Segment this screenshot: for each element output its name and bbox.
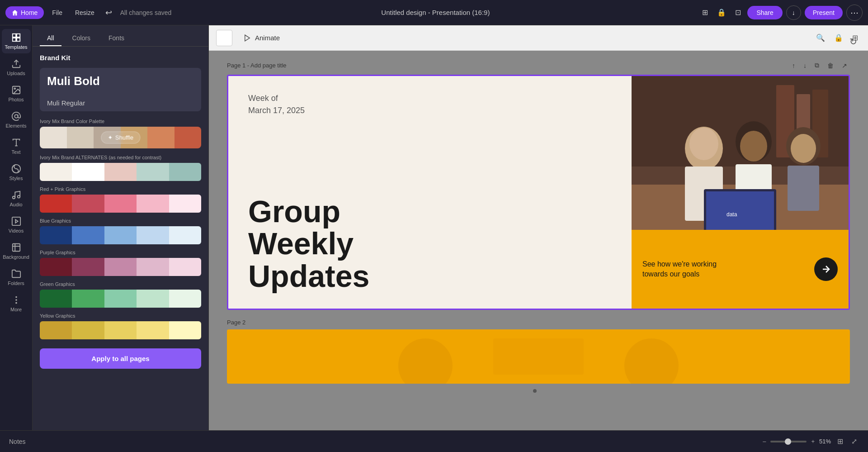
sidebar-item-videos[interactable]: Videos [2,213,31,237]
yellow-swatch-3[interactable] [137,321,169,339]
alt-swatch-0[interactable] [40,163,72,181]
red-swatch-2[interactable] [104,195,137,213]
slide-caption-line2: towards our goals [642,270,699,278]
sidebar-item-text[interactable]: Text [2,134,31,158]
panel-tabs: All Colors Fonts [33,25,208,47]
color-picker-swatch[interactable] [216,30,232,46]
blue-swatch-0[interactable] [40,226,72,244]
sidebar-label-videos: Videos [9,228,24,233]
slide-bottom-content: See how we're working towards our goals [632,230,849,309]
slide-title-line2: Weekly [248,226,354,261]
topbar-search-icon[interactable]: ⊞ [699,5,711,19]
tab-fonts[interactable]: Fonts [101,31,132,46]
fullscreen-button[interactable]: ⤢ [849,435,859,447]
page-dot-1[interactable] [533,389,537,393]
slide-arrow-button[interactable] [814,257,838,281]
page-share-button[interactable]: ↗ [839,60,850,71]
blue-swatch-2[interactable] [104,226,137,244]
green-swatch-1[interactable] [72,290,104,308]
slide-1[interactable]: ↻ Week of March 17, 2025 Group Weekly Up… [227,75,850,310]
sidebar-item-more[interactable]: More [2,291,31,316]
present-button[interactable]: Present [805,6,843,19]
yellow-swatch-2[interactable] [104,321,137,339]
svg-point-12 [17,195,20,198]
color-swatch-0[interactable] [40,127,67,148]
page-up-button[interactable]: ↑ [789,60,798,71]
alt-swatch-1[interactable] [72,163,104,181]
color-swatch-1[interactable] [67,127,94,148]
green-swatch-2[interactable] [104,290,137,308]
red-pink-palette [40,195,201,213]
palette-label: Ivory Mix Brand Color Palette [40,119,201,124]
toolbar-search-icon[interactable]: 🔍 [813,31,828,45]
svg-rect-0 [12,34,15,37]
share-button[interactable]: Share [747,6,782,19]
home-button[interactable]: Home [5,6,44,19]
topbar-grid-icon[interactable]: ⊡ [732,5,744,19]
green-swatch-3[interactable] [137,290,169,308]
download-button[interactable]: ↓ [786,5,801,20]
topbar-lock-icon[interactable]: 🔒 [714,5,729,19]
red-swatch-1[interactable] [72,195,104,213]
purple-swatch-4[interactable] [169,258,201,276]
sidebar-item-templates[interactable]: Templates [2,29,31,53]
notes-label: Notes [9,438,26,445]
page-dot-2[interactable] [540,389,544,393]
tab-colors[interactable]: Colors [65,31,98,46]
undo-button[interactable]: ↩ [103,5,115,20]
slide-date-line1: Week of [248,94,278,103]
sidebar-label-text: Text [11,149,20,155]
blue-swatch-3[interactable] [137,226,169,244]
canvas-scroll[interactable]: Page 1 - Add page title ↑ ↓ ⧉ 🗑 ↗ ↻ Week… [209,51,868,430]
primary-palette[interactable]: ✦ Shuffle [40,127,201,148]
red-swatch-4[interactable] [169,195,201,213]
sidebar-label-uploads: Uploads [7,71,25,76]
sidebar-item-uploads[interactable]: Uploads [2,55,31,80]
slide-title-line3: Updates [248,259,369,293]
page-duplicate-button[interactable]: ⧉ [812,60,822,71]
color-swatch-4[interactable] [147,127,175,148]
more-options-button[interactable]: ⋯ [846,5,863,21]
sidebar-item-photos[interactable]: Photos [2,81,31,106]
page-delete-button[interactable]: 🗑 [825,60,836,71]
shuffle-button[interactable]: ✦ Shuffle [101,132,140,144]
svg-point-11 [12,196,15,199]
svg-rect-1 [16,34,19,37]
alt-swatch-3[interactable] [137,163,169,181]
purple-swatch-2[interactable] [104,258,137,276]
page1-header: Page 1 - Add page title ↑ ↓ ⧉ 🗑 ↗ [227,60,850,71]
alt-swatch-2[interactable] [104,163,137,181]
purple-swatch-0[interactable] [40,258,72,276]
sidebar-item-background[interactable]: Background [2,239,31,263]
red-swatch-0[interactable] [40,195,72,213]
sidebar-item-elements[interactable]: Elements [2,108,31,132]
zoom-slider[interactable] [770,441,807,442]
svg-point-17 [16,300,17,300]
page-down-button[interactable]: ↓ [801,60,809,71]
sidebar-label-more: More [10,307,22,312]
purple-swatch-3[interactable] [137,258,169,276]
grid-view-button[interactable]: ⊞ [835,435,845,447]
toolbar-lock-icon[interactable]: 🔒 [831,31,846,45]
yellow-swatch-0[interactable] [40,321,72,339]
animate-button[interactable]: Animate [238,31,285,45]
blue-swatch-4[interactable] [169,226,201,244]
sidebar-item-folders[interactable]: Folders [2,265,31,290]
tab-all[interactable]: All [40,31,61,46]
sidebar-item-audio[interactable]: Audio [2,186,31,211]
resize-button[interactable]: Resize [71,6,99,19]
red-swatch-3[interactable] [137,195,169,213]
green-swatch-0[interactable] [40,290,72,308]
yellow-swatch-1[interactable] [72,321,104,339]
apply-to-all-button[interactable]: Apply to all pages [40,348,201,369]
color-swatch-5[interactable] [175,127,202,148]
sidebar-item-styles[interactable]: Styles [2,160,31,185]
purple-swatch-1[interactable] [72,258,104,276]
zoom-thumb[interactable] [785,438,791,445]
blue-swatch-1[interactable] [72,226,104,244]
alt-swatch-4[interactable] [169,163,201,181]
file-button[interactable]: File [47,6,67,19]
yellow-swatch-4[interactable] [169,321,201,339]
green-swatch-4[interactable] [169,290,201,308]
slide-2[interactable] [227,329,850,384]
